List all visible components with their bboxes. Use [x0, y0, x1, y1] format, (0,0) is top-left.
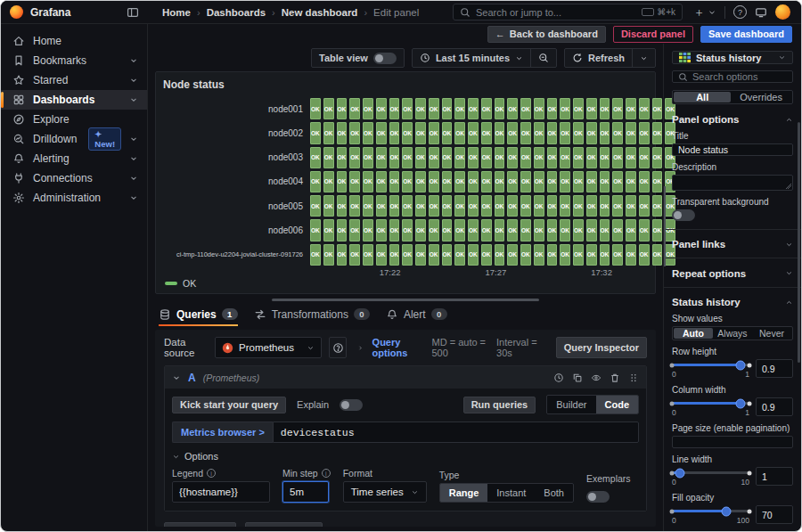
- back-to-dashboard-button[interactable]: ←Back to dashboard: [487, 26, 606, 43]
- chart-legend[interactable]: OK: [163, 277, 648, 290]
- exemplars-switch[interactable]: [586, 491, 610, 503]
- news-icon[interactable]: [755, 6, 767, 19]
- description-textarea[interactable]: [672, 175, 793, 191]
- show-values-auto[interactable]: Auto: [674, 328, 713, 339]
- status-cell: OK: [468, 147, 479, 168]
- query-inspector-button[interactable]: Query Inspector: [556, 337, 647, 358]
- drag-grip-icon[interactable]: [628, 372, 639, 383]
- fill-opacity-input[interactable]: [756, 505, 793, 524]
- visualization-picker[interactable]: Status history: [672, 51, 793, 64]
- refresh-interval-button[interactable]: [632, 49, 655, 67]
- history-icon[interactable]: [553, 372, 564, 383]
- transparent-background-switch[interactable]: [672, 209, 695, 221]
- add-query-button[interactable]: + Add query: [164, 522, 236, 527]
- min-step-input[interactable]: [282, 481, 329, 503]
- add-expression-button[interactable]: + Expression: [245, 522, 323, 527]
- breadcrumb-item[interactable]: Dashboards: [207, 7, 266, 18]
- options-search-input[interactable]: Search options: [672, 70, 793, 83]
- options-tab-overrides[interactable]: Overrides: [731, 92, 791, 102]
- show-values-never[interactable]: Never: [752, 328, 791, 339]
- tab-queries[interactable]: Queries1: [159, 305, 238, 326]
- pane-resize-handle[interactable]: [272, 299, 539, 301]
- tab-alert[interactable]: Alert0: [386, 305, 447, 326]
- type-option-both[interactable]: Both: [535, 484, 573, 502]
- column-width-slider[interactable]: [672, 402, 749, 405]
- sidebar-item-drilldown[interactable]: Drilldown✦ New!: [1, 129, 147, 149]
- kickstart-query-button[interactable]: Kick start your query: [172, 397, 286, 413]
- datasource-picker[interactable]: Prometheus: [215, 337, 322, 358]
- show-values-always[interactable]: Always: [713, 328, 752, 339]
- edit-action-bar: ←Back to dashboard Discard panel Save da…: [148, 24, 801, 44]
- status-cell: OK: [573, 98, 584, 119]
- slider-handle[interactable]: [735, 360, 745, 370]
- status-cell: OK: [468, 122, 479, 143]
- line-width-input[interactable]: [756, 467, 793, 486]
- eye-icon[interactable]: [591, 372, 602, 383]
- search-input[interactable]: Search or jump to... ⌘+k: [453, 4, 683, 20]
- explain-switch[interactable]: [340, 399, 363, 411]
- fill-opacity-slider[interactable]: [672, 510, 749, 512]
- save-dashboard-button[interactable]: Save dashboard: [700, 26, 792, 43]
- time-range-button[interactable]: Last 15 minutes: [413, 49, 530, 67]
- duplicate-icon[interactable]: [572, 372, 583, 383]
- panel-links-header[interactable]: Panel links: [672, 239, 793, 250]
- run-queries-button[interactable]: Run queries: [463, 397, 536, 413]
- datasource-help-button[interactable]: [329, 337, 346, 358]
- slider-handle[interactable]: [721, 506, 731, 516]
- status-history-section-header[interactable]: Status history: [672, 297, 793, 307]
- options-tab-all[interactable]: All: [674, 92, 731, 102]
- sidebar-item-alerting[interactable]: Alerting: [1, 149, 147, 168]
- promql-input[interactable]: [273, 422, 639, 443]
- top-nav: Grafana Home›Dashboards›New dashboard›Ed…: [1, 1, 801, 24]
- user-avatar[interactable]: [775, 4, 790, 20]
- query-options-collapse[interactable]: Options: [172, 451, 639, 462]
- row-height-slider[interactable]: [672, 364, 749, 366]
- row-height-input[interactable]: [756, 359, 793, 378]
- new-menu-button[interactable]: ＋: [693, 4, 716, 20]
- trash-icon[interactable]: [610, 372, 620, 383]
- panel-title-input[interactable]: [672, 143, 793, 156]
- column-width-input[interactable]: [756, 397, 793, 416]
- sidebar-item-starred[interactable]: Starred: [1, 70, 147, 90]
- repeat-options-header[interactable]: Repeat options: [672, 268, 793, 279]
- query-options-row[interactable]: Query options MD = auto = 500 Interval =…: [357, 337, 542, 358]
- editor-mode-code[interactable]: Code: [596, 396, 639, 413]
- status-cell: OK: [429, 98, 439, 119]
- slider-handle[interactable]: [675, 468, 684, 478]
- discard-panel-button[interactable]: Discard panel: [613, 26, 693, 43]
- sidebar-item-explore[interactable]: Explore: [1, 110, 147, 129]
- status-cell: OK: [626, 219, 636, 241]
- sidebar-item-dashboards[interactable]: Dashboards: [1, 90, 147, 110]
- type-option-instant[interactable]: Instant: [487, 484, 535, 502]
- table-view-toggle[interactable]: Table view: [311, 48, 405, 68]
- status-cell: OK: [586, 219, 597, 241]
- status-cell: OK: [534, 98, 544, 119]
- sidebar-toggle-icon[interactable]: [127, 6, 139, 19]
- zoom-out-button[interactable]: [530, 49, 556, 67]
- table-view-switch[interactable]: [373, 53, 397, 64]
- sidebar-item-home[interactable]: Home: [1, 31, 147, 51]
- tab-transformations[interactable]: Transformations0: [254, 305, 370, 326]
- panel-options-header[interactable]: Panel options: [672, 114, 793, 125]
- status-cell: OK: [600, 195, 610, 217]
- format-select[interactable]: Time series: [343, 481, 427, 503]
- sidebar-item-administration[interactable]: Administration: [1, 188, 147, 208]
- sidebar-item-bookmarks[interactable]: Bookmarks: [1, 51, 147, 70]
- help-icon[interactable]: ?: [733, 5, 747, 19]
- type-option-range[interactable]: Range: [440, 484, 488, 502]
- options-scrollbar[interactable]: [798, 122, 800, 363]
- metrics-browser-link[interactable]: Metrics browser >: [172, 422, 273, 443]
- status-cell: OK: [376, 122, 387, 143]
- legend-input[interactable]: [172, 481, 270, 503]
- breadcrumb-item[interactable]: New dashboard: [282, 7, 358, 18]
- line-width-slider[interactable]: [672, 471, 749, 474]
- editor-mode-builder[interactable]: Builder: [547, 396, 595, 413]
- page-size-input[interactable]: [672, 436, 793, 448]
- refresh-button[interactable]: Refresh: [565, 49, 632, 67]
- query-options-label[interactable]: Query options: [372, 337, 423, 358]
- breadcrumb-item[interactable]: Home: [162, 7, 191, 18]
- slider-handle[interactable]: [735, 398, 745, 408]
- sidebar-item-connections[interactable]: Connections: [1, 168, 147, 188]
- status-cell: OK: [612, 219, 623, 241]
- query-card-header[interactable]: A (Prometheus): [165, 366, 646, 389]
